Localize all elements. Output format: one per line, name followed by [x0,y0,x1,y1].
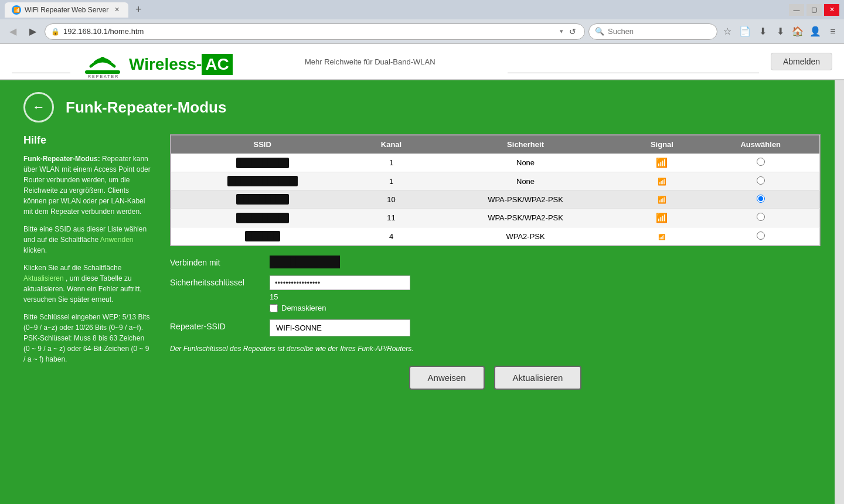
minimize-button[interactable]: — [789,4,804,16]
help-paragraph-1: Funk-Repeater-Modus: Repeater kann über … [23,154,152,217]
ssid-cell: ████████ [171,154,354,172]
col-signal: Signal [622,135,702,154]
help-text-3: klicken. [23,246,47,254]
tab-title: WiFi Repeater Web Server [25,6,108,14]
form-section: Verbinden mit ████████ Sicherheitsschlüs… [170,256,821,354]
connect-row: Verbinden mit ████████ [170,256,821,268]
select-cell[interactable] [702,190,819,209]
network-section: SSID Kanal Sicherheit Signal Auswählen █… [170,134,821,390]
demask-checkbox[interactable] [270,304,278,312]
menu-icon[interactable]: ≡ [826,25,839,38]
ssid-block: ████████ [236,158,289,168]
navigation-toolbar: ◀ ▶ 🔒 ▾ ↺ 🔍 ☆ 📄 ⬇ ⬇ 🏠 👤 ≡ [0,19,844,44]
table-row: ████ 4 WPA2-PSK 📶 [171,227,820,246]
col-ssid: SSID [171,135,354,154]
search-bar[interactable]: 🔍 [588,23,717,40]
logo-text-container: Wireless-AC [129,54,233,75]
select-cell[interactable] [702,154,819,172]
repeater-ssid-label: Repeater-SSID [170,319,264,331]
action-buttons: Anweisen Aktualisieren [170,366,821,390]
logout-button[interactable]: Abmelden [771,53,832,70]
address-bar[interactable]: 🔒 ▾ ↺ [45,23,585,40]
password-label: Sicherheitsschlüssel [170,275,264,287]
signal-icon: 📶 [656,213,668,223]
back-arrow-icon: ← [32,100,45,115]
repeater-ssid-input[interactable] [270,319,410,336]
ssid-cell: ████ [171,227,354,246]
select-radio[interactable] [757,176,765,185]
address-input[interactable] [63,27,556,36]
select-cell[interactable] [702,209,819,227]
security-cell: WPA2-PSK [429,227,622,246]
search-icon: 🔍 [595,27,604,36]
logo-ac-text: AC [202,54,232,75]
ssid-cell: ████████████ [171,172,354,190]
password-input[interactable] [270,275,410,290]
help-text-1: Repeater kann über WLAN mit einem Access… [23,155,151,216]
signal-cell: 📶 [622,154,702,172]
site-header: REPEATER Wireless-AC Mehr Reichweite für… [0,44,844,80]
page-title: Funk-Repeater-Modus [66,98,226,117]
new-tab-button[interactable]: + [131,2,146,18]
help-paragraph-3: Klicken Sie auf die Schaltfläche Aktuali… [23,263,152,305]
maximize-button[interactable]: ▢ [806,4,822,16]
active-tab[interactable]: 📶 WiFi Repeater Web Server ✕ [5,2,128,18]
forward-nav-button[interactable]: ▶ [25,23,41,40]
svg-text:REPEATER: REPEATER [88,74,119,79]
network-table-container[interactable]: SSID Kanal Sicherheit Signal Auswählen █… [170,134,821,246]
header-divider-right [508,73,759,73]
scroll-bar[interactable] [835,80,844,504]
signal-icon: 📶 [656,158,668,168]
signal-icon: 📶 [658,234,665,240]
apply-button[interactable]: Anweisen [409,366,485,390]
profile-icon[interactable]: 👤 [809,25,822,38]
ssid-block: ████████ [236,213,289,223]
header-divider-left [12,73,70,73]
table-row-selected: █████████ 10 WPA-PSK/WPA2-PSK 📶 [171,190,820,209]
kanal-cell: 4 [353,227,428,246]
tab-close-button[interactable]: ✕ [112,5,121,15]
bookmark-star-icon[interactable]: ☆ [721,25,734,38]
aktualisieren-link[interactable]: Aktualisieren [23,274,64,282]
demask-row: Demaskieren [270,304,410,312]
tab-favicon: 📶 [12,5,21,15]
pocket-icon[interactable]: ⬇ [756,25,769,38]
connect-label: Verbinden mit [170,256,264,267]
select-cell[interactable] [702,227,819,246]
refresh-icon[interactable]: ↺ [567,27,578,36]
back-nav-button[interactable]: ◀ [5,23,21,40]
help-text-4: Klicken Sie auf die Schaltfläche [23,264,121,272]
close-button[interactable]: ✕ [824,4,839,16]
anwenden-link[interactable]: Anwenden [100,236,134,244]
search-input[interactable] [608,27,711,36]
kanal-cell: 10 [353,190,428,209]
address-dropdown-icon[interactable]: ▾ [560,28,563,35]
wifi-logo: REPEATER [82,50,123,79]
kanal-cell: 1 [353,154,428,172]
col-auswahlen: Auswählen [702,135,819,154]
signal-icon: 📶 [658,196,666,204]
network-table: SSID Kanal Sicherheit Signal Auswählen █… [171,135,820,246]
refresh-button[interactable]: Aktualisieren [494,366,582,390]
select-cell[interactable] [702,172,819,190]
reader-icon[interactable]: 📄 [738,25,751,38]
lock-icon: 🔒 [51,28,60,36]
select-radio[interactable] [757,213,765,221]
select-radio[interactable] [757,231,765,240]
tab-strip: 📶 WiFi Repeater Web Server ✕ + [5,2,785,18]
back-button[interactable]: ← [23,92,54,122]
downloads-icon[interactable]: ⬇ [774,25,787,38]
security-cell: WPA-PSK/WPA2-PSK [429,209,622,227]
kanal-cell: 11 [353,209,428,227]
select-radio[interactable] [757,195,765,203]
ssid-block: ████ [245,231,280,241]
help-section: Hilfe Funk-Repeater-Modus: Repeater kann… [23,134,152,390]
info-text: Der Funkschlüssel des Repeaters ist ders… [170,343,821,354]
ssid-cell: █████████ [171,190,354,209]
home-icon[interactable]: 🏠 [791,25,804,38]
signal-cell: 📶 [622,190,702,209]
select-radio[interactable] [757,158,765,166]
signal-cell: 📶 [622,172,702,190]
table-row: ████████ 1 None 📶 [171,154,820,172]
page-header: ← Funk-Repeater-Modus [23,92,821,122]
